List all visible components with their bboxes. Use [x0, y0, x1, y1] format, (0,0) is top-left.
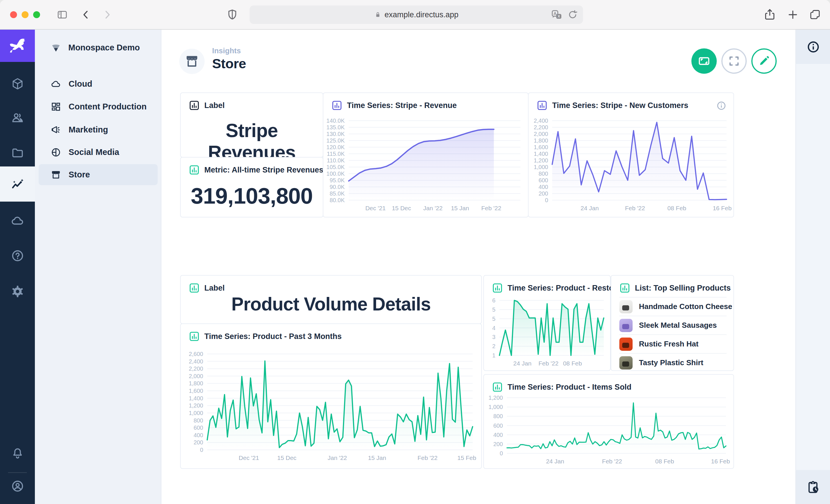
panel-timeseries-past3months: Time Series: Product - Past 3 Months 2,6… — [180, 324, 482, 469]
edit-dashboard-button[interactable] — [751, 48, 777, 74]
revenue-chart: 140.0K135.0K130.0K125.0K120.0K115.0K110.… — [323, 93, 528, 217]
module-help[interactable] — [0, 240, 35, 272]
project-name: Monospace Demo — [68, 43, 140, 53]
sidebar-item-cloud[interactable]: Cloud — [39, 73, 158, 95]
y-axis-tick: 120.0K — [323, 144, 345, 150]
right-sidebar — [795, 30, 830, 504]
sidebar-toggle-icon[interactable] — [57, 9, 68, 21]
zoom-window-button[interactable] — [33, 11, 40, 18]
list-item[interactable]: Rustic Fresh Hat — [619, 334, 727, 353]
pie-chart-icon — [51, 147, 61, 158]
close-window-button[interactable] — [10, 11, 17, 18]
y-axis-tick: 1 — [484, 352, 496, 359]
sidebar-item-store[interactable]: Store — [39, 164, 158, 185]
sidebar-item-label: Cloud — [69, 79, 92, 89]
fullscreen-button[interactable] — [721, 48, 747, 74]
product-label: Handmade Cotton Cheese — [639, 302, 732, 311]
module-insights-active[interactable] — [0, 166, 35, 202]
product-thumbnail — [619, 319, 633, 332]
forward-button[interactable] — [101, 9, 113, 21]
sidebar-item-label: Store — [69, 170, 90, 179]
privacy-shield-icon[interactable] — [226, 8, 238, 21]
sidebar-item-social-media[interactable]: Social Media — [39, 142, 158, 163]
module-cloud[interactable] — [0, 205, 35, 237]
y-axis-tick: 0 — [484, 450, 503, 457]
module-settings[interactable] — [0, 275, 35, 308]
x-axis-tick: 08 Feb — [563, 360, 582, 367]
bar-chart-icon — [619, 282, 630, 294]
y-axis-tick: 1,800 — [529, 137, 548, 144]
y-axis-tick: 80.0K — [323, 197, 345, 204]
panel-title: Metric: All-time Stripe Revenues — [204, 166, 323, 174]
lock-icon — [374, 11, 382, 19]
pencil-icon — [758, 55, 770, 67]
megaphone-icon — [51, 125, 61, 135]
past3-plot — [181, 324, 481, 468]
x-axis-tick: 08 Feb — [655, 458, 674, 465]
y-axis-tick: 0 — [529, 197, 548, 204]
revenue-plot — [323, 93, 528, 217]
y-axis-tick: 2,600 — [181, 351, 203, 358]
project-header[interactable]: Monospace Demo — [35, 36, 161, 59]
x-axis-tick: Feb '22 — [625, 205, 645, 212]
address-bar[interactable]: example.directus.app AX — [250, 5, 583, 24]
y-axis-tick: 2 — [484, 343, 496, 349]
y-axis-tick: 200 — [181, 439, 203, 446]
info-sidebar-button[interactable] — [796, 30, 830, 64]
x-axis-tick: 15 Feb — [457, 455, 476, 461]
module-users[interactable] — [0, 102, 35, 134]
x-axis-tick: Feb '22 — [481, 205, 501, 212]
x-axis-tick: 16 Feb — [711, 458, 730, 465]
bell-icon — [11, 447, 24, 460]
y-axis-tick: 105.0K — [323, 164, 345, 170]
dashboard-icon-badge — [179, 49, 204, 74]
nav-sidebar: Monospace Demo Cloud Content Production … — [35, 30, 161, 504]
directus-logo[interactable] — [0, 30, 35, 62]
translate-icon[interactable]: AX — [551, 9, 563, 21]
breadcrumb[interactable]: Insights — [212, 46, 241, 55]
product-label: Tasty Plastic Shirt — [639, 358, 703, 367]
panel-label-product: Label Product Volume Details — [180, 275, 482, 324]
x-axis-tick: 16 Feb — [713, 205, 731, 212]
y-axis-tick: 1,400 — [529, 150, 548, 157]
y-axis-tick: 2,200 — [181, 366, 203, 372]
sidebar-item-marketing[interactable]: Marketing — [39, 119, 158, 140]
y-axis-tick: 140.0K — [323, 117, 345, 124]
svg-text:A: A — [554, 11, 557, 16]
product-thumbnail — [619, 356, 633, 370]
module-files[interactable] — [0, 137, 35, 169]
panel-timeseries-revenue: Time Series: Stripe - Revenue 140.0K135.… — [323, 93, 529, 217]
reload-icon[interactable] — [567, 9, 578, 21]
notifications-button[interactable] — [0, 437, 35, 469]
sidebar-item-label: Content Production — [69, 102, 147, 111]
module-content[interactable] — [0, 68, 35, 100]
y-axis-tick: 4 — [484, 325, 496, 332]
tab-overview-icon[interactable] — [809, 8, 821, 21]
x-axis-tick: Feb '22 — [538, 360, 558, 367]
sidebar-item-content-production[interactable]: Content Production — [39, 96, 158, 117]
activity-sidebar-button[interactable] — [796, 470, 830, 504]
list-item[interactable]: Tasty Plastic Shirt — [619, 353, 727, 372]
browser-window: example.directus.app AX — [0, 0, 830, 504]
cloud-icon — [11, 214, 25, 228]
svg-text:X: X — [558, 14, 560, 19]
y-axis-tick: 130.0K — [323, 131, 345, 137]
back-button[interactable] — [80, 9, 92, 21]
user-menu-button[interactable] — [0, 470, 35, 502]
new-tab-icon[interactable] — [787, 8, 799, 21]
y-axis-tick: 125.0K — [323, 137, 345, 144]
storefront-icon — [51, 170, 61, 180]
y-axis-tick: 200 — [529, 190, 548, 197]
zen-mode-button[interactable] — [691, 48, 717, 74]
list-item[interactable]: Handmade Cotton Cheese — [619, 297, 727, 316]
y-axis-tick: 5 — [484, 316, 496, 322]
share-icon[interactable] — [763, 8, 776, 21]
past3months-chart: 2,6002,4002,2002,0001,8001,6001,4001,200… — [181, 324, 481, 468]
minimize-window-button[interactable] — [22, 11, 29, 18]
y-axis-tick: 600 — [529, 177, 548, 184]
list-item[interactable]: Sleek Metal Sausages — [619, 316, 727, 334]
y-axis-tick: 2,200 — [529, 124, 548, 131]
fit-screen-icon — [697, 55, 711, 68]
panel-title: List: Top Selling Products — [635, 284, 731, 293]
grid-icon — [51, 102, 61, 112]
